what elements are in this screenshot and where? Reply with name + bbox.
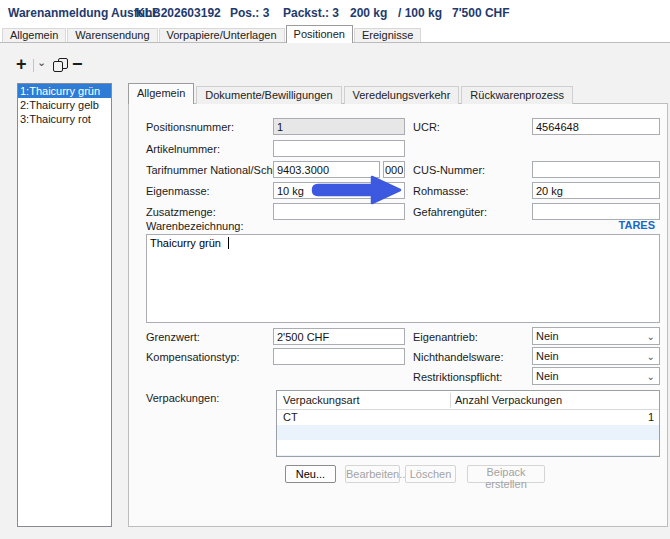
doc-type-title: Warenanmeldung Ausfuhr	[8, 6, 157, 20]
chevron-down-icon: ⌄	[647, 371, 655, 382]
tab-allgemein[interactable]: Allgemein	[2, 28, 66, 42]
table-row-empty	[277, 425, 659, 440]
toolbar-separator	[33, 59, 34, 72]
restriktionspflicht-dropdown[interactable]: Nein ⌄	[532, 367, 660, 385]
tab-vorpapiere-unterlagen[interactable]: Vorpapiere/Unterlagen	[159, 28, 285, 42]
column-header-anzahl[interactable]: Anzahl Verpackungen	[455, 391, 562, 409]
warenbezeichnung-label: Warenbezeichnung:	[146, 220, 243, 232]
add-position-icon[interactable]: +	[16, 54, 27, 75]
tab-positionen[interactable]: Positionen	[286, 25, 353, 43]
bearbeiten-button: Bearbeiten...	[345, 465, 400, 483]
eigenmasse-label: Eigenmasse:	[146, 185, 210, 197]
artikelnummer-field[interactable]	[273, 140, 405, 157]
rohmasse-field[interactable]	[532, 182, 660, 199]
main-tabstrip: Allgemein Warensendung Vorpapiere/Unterl…	[2, 25, 422, 43]
verpackungen-table-header: Verpackungsart Anzahl Verpackungen	[277, 391, 659, 410]
grenzwert-label: Grenzwert:	[146, 331, 200, 343]
nichthandelsware-label: Nichthandelsware:	[413, 351, 504, 363]
packaging-art-cell: CT	[283, 410, 298, 425]
warenanmeldung-window: Warenanmeldung Ausfuhr KLB202603192 Pos.…	[0, 0, 670, 539]
list-item-position-1[interactable]: 1:Thaicurry grün	[18, 84, 111, 98]
nichthandelsware-value: Nein	[536, 350, 647, 362]
gross-weight: 200 kg	[350, 6, 387, 20]
packaging-anzahl-cell: 1	[648, 410, 654, 425]
table-row-empty	[277, 455, 659, 457]
cus-nummer-field[interactable]	[532, 161, 660, 178]
copy-icon-front	[53, 61, 63, 72]
kompensationstyp-label: Kompensationstyp:	[146, 351, 240, 363]
restriktionspflicht-label: Restriktionspflicht:	[413, 371, 502, 383]
artikelnummer-label: Artikelnummer:	[146, 143, 220, 155]
gefahrengueter-label: Gefahrengüter:	[413, 206, 487, 218]
tab-warensendung[interactable]: Warensendung	[67, 28, 157, 42]
table-row-empty	[277, 440, 659, 455]
nichthandelsware-dropdown[interactable]: Nein ⌄	[532, 347, 660, 365]
eigenantrieb-value: Nein	[536, 330, 647, 342]
ucr-field[interactable]	[532, 118, 660, 135]
tab-detail-allgemein[interactable]: Allgemein	[128, 83, 194, 104]
detail-tabstrip: Allgemein Dokumente/Bewilligungen Verede…	[128, 83, 575, 104]
positionsnummer-label: Positionsnummer:	[146, 121, 234, 133]
grenzwert-field[interactable]	[273, 328, 405, 345]
add-dropdown-chevron-icon[interactable]: ⌄	[37, 56, 46, 69]
packages-count: Packst.: 3	[283, 6, 339, 20]
cus-nummer-label: CUS-Nummer:	[413, 164, 485, 176]
restriktionspflicht-value: Nein	[536, 370, 647, 382]
warenbezeichnung-textarea[interactable]: Thaicurry grün	[146, 234, 660, 323]
table-row-packaging[interactable]: CT 1	[277, 410, 659, 425]
annotation-arrow-icon	[310, 172, 404, 208]
positionsnummer-field[interactable]	[273, 118, 405, 135]
column-header-verpackungsart[interactable]: Verpackungsart	[283, 391, 359, 409]
document-header: Warenanmeldung Ausfuhr KLB202603192 Pos.…	[0, 0, 670, 26]
beipack-erstellen-button: Beipack erstellen	[467, 465, 545, 483]
total-value: 7'500 CHF	[452, 6, 510, 20]
declaration-number: KLB202603192	[136, 6, 221, 20]
zusatzmenge-label: Zusatzmenge:	[146, 206, 216, 218]
remove-position-icon[interactable]: −	[72, 54, 83, 75]
rohmasse-label: Rohmasse:	[413, 185, 469, 197]
chevron-down-icon: ⌄	[647, 351, 655, 362]
eigenantrieb-label: Eigenantrieb:	[413, 331, 478, 343]
list-item-position-2[interactable]: 2:Thaicurry gelb	[18, 98, 111, 112]
list-item-position-3[interactable]: 3:Thaicurry rot	[18, 112, 111, 126]
tab-ereignisse[interactable]: Ereignisse	[354, 28, 421, 42]
tab-rueckwarenprozess[interactable]: Rückwarenprozess	[461, 86, 573, 104]
tab-dokumente-bewilligungen[interactable]: Dokumente/Bewilligungen	[196, 86, 341, 104]
tares-link[interactable]: TARES	[619, 219, 655, 231]
verpackungen-label: Verpackungen:	[146, 392, 219, 404]
neu-button[interactable]: Neu...	[285, 465, 336, 483]
text-caret	[228, 237, 229, 249]
net-weight: / 100 kg	[398, 6, 442, 20]
column-divider	[450, 393, 451, 408]
verpackungen-table: Verpackungsart Anzahl Verpackungen CT 1	[276, 390, 660, 457]
loeschen-button: Löschen	[405, 465, 456, 483]
copy-position-icon[interactable]	[53, 58, 68, 72]
tab-veredelungsverkehr[interactable]: Veredelungsverkehr	[344, 86, 460, 104]
kompensationstyp-field[interactable]	[273, 348, 405, 365]
positions-count: Pos.: 3	[230, 6, 269, 20]
position-listbox: 1:Thaicurry grün 2:Thaicurry gelb 3:Thai…	[17, 83, 112, 527]
ucr-label: UCR:	[413, 121, 440, 133]
chevron-down-icon: ⌄	[647, 331, 655, 342]
eigenantrieb-dropdown[interactable]: Nein ⌄	[532, 327, 660, 345]
gefahrengueter-field[interactable]	[532, 203, 660, 220]
